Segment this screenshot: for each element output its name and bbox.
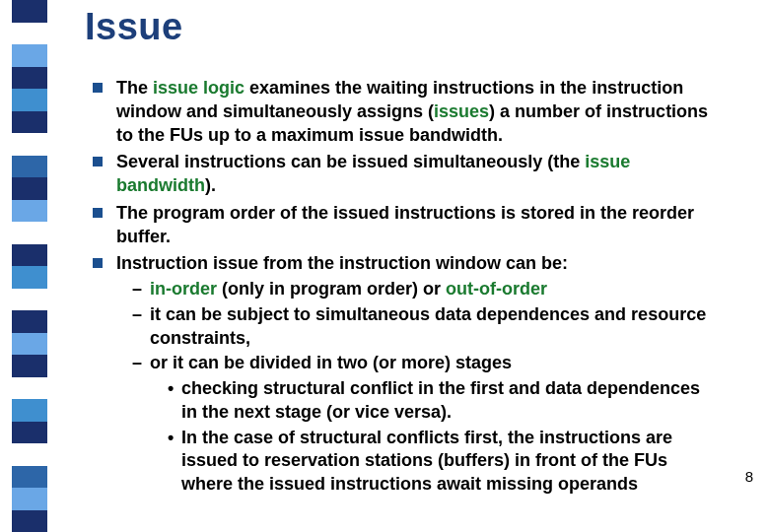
slide-body: The issue logic examines the waiting ins… — [89, 77, 720, 500]
decorative-sidebar — [12, 0, 47, 532]
sidebar-segment — [12, 488, 47, 510]
sidebar-segment — [12, 89, 47, 111]
sidebar-segment — [12, 133, 47, 156]
sidebar-segment — [12, 377, 47, 400]
sidebar-segment — [12, 422, 47, 444]
sidebar-segment — [12, 310, 47, 333]
list-item: in-order (only in program order) or out-… — [128, 278, 720, 301]
slide-title: Issue — [85, 6, 183, 48]
sidebar-segment — [12, 244, 47, 267]
bullet-list: in-order (only in program order) or out-… — [128, 278, 720, 497]
list-item: or it can be divided in two (or more) st… — [128, 352, 720, 497]
sidebar-segment — [12, 443, 47, 466]
sidebar-segment — [12, 44, 47, 67]
sidebar-segment — [12, 333, 47, 356]
sidebar-segment — [12, 222, 47, 244]
sidebar-segment — [12, 466, 47, 489]
sidebar-segment — [12, 156, 47, 178]
list-item: checking structural conflict in the firs… — [164, 377, 720, 425]
list-item: it can be subject to simultaneous data d… — [128, 303, 720, 351]
sidebar-segment — [12, 200, 47, 223]
sidebar-segment — [12, 111, 47, 134]
sidebar-segment — [12, 23, 47, 45]
sidebar-segment — [12, 510, 47, 533]
list-item: Instruction issue from the instruction w… — [89, 252, 720, 497]
sidebar-segment — [12, 67, 47, 90]
list-item: The issue logic examines the waiting ins… — [89, 77, 720, 147]
bullet-list: checking structural conflict in the firs… — [164, 377, 720, 497]
list-item: The program order of the issued instruct… — [89, 202, 720, 249]
page-number: 8 — [745, 468, 753, 485]
sidebar-segment — [12, 0, 47, 23]
sidebar-segment — [12, 266, 47, 289]
sidebar-segment — [12, 355, 47, 377]
sidebar-segment — [12, 399, 47, 422]
sidebar-segment — [12, 289, 47, 311]
sidebar-segment — [12, 177, 47, 200]
list-item: In the case of structural conflicts firs… — [164, 427, 720, 497]
bullet-list-level1: The issue logic examines the waiting ins… — [89, 77, 720, 497]
list-item: Several instructions can be issued simul… — [89, 151, 720, 198]
